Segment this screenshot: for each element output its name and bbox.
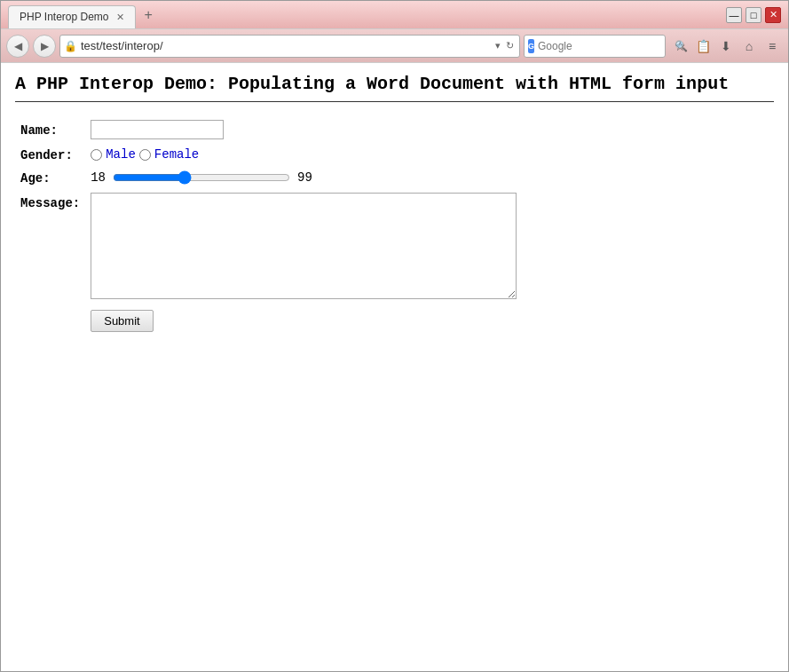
age-row: Age: 18 99 <box>15 166 522 189</box>
page-content: A PHP Interop Demo: Populating a Word Do… <box>1 63 788 671</box>
menu-icon[interactable]: ≡ <box>761 36 783 57</box>
submit-row: Submit <box>15 306 522 336</box>
gender-label: Gender: <box>20 148 73 162</box>
forward-icon: ▶ <box>41 40 49 52</box>
nav-right-buttons: ☆ 📋 ⬇ ⌂ ≡ <box>669 36 783 57</box>
minimize-button[interactable]: — <box>726 7 742 23</box>
tab-close-icon[interactable]: ✕ <box>116 12 124 23</box>
address-bar-buttons: ▾ ↻ <box>493 39 516 52</box>
page-heading: A PHP Interop Demo: Populating a Word Do… <box>15 74 774 94</box>
search-input[interactable] <box>538 40 671 52</box>
bookmark-icon[interactable]: 📋 <box>692 36 714 57</box>
name-label: Name: <box>20 123 58 138</box>
submit-button[interactable]: Submit <box>91 310 153 332</box>
age-max-value: 99 <box>297 170 312 185</box>
maximize-button[interactable]: □ <box>746 7 761 23</box>
close-icon: ✕ <box>769 9 777 20</box>
navigation-bar: ◀ ▶ 🔒 ▾ ↻ G 🔍 ☆ 📋 ⬇ ⌂ ≡ <box>1 29 788 63</box>
form-table: Name: Gender: <box>15 116 522 336</box>
home-icon[interactable]: ⌂ <box>738 36 760 57</box>
maximize-icon: □ <box>751 10 757 20</box>
new-tab-button[interactable]: + <box>139 5 158 25</box>
age-min-value: 18 <box>91 170 106 185</box>
name-row: Name: <box>15 116 522 143</box>
back-icon: ◀ <box>14 40 22 52</box>
back-button[interactable]: ◀ <box>6 35 29 58</box>
minimize-icon: — <box>730 10 739 20</box>
gender-male-label[interactable]: Male <box>106 147 136 162</box>
interop-form: Name: Gender: <box>15 116 774 336</box>
age-container: 18 99 <box>91 170 517 185</box>
name-input[interactable] <box>91 120 224 139</box>
gender-male-radio[interactable] <box>91 149 102 161</box>
gender-female-label[interactable]: Female <box>154 147 199 162</box>
message-row: Message: <box>15 189 522 306</box>
browser-tab[interactable]: PHP Interop Demo ✕ <box>8 5 136 28</box>
close-button[interactable]: ✕ <box>765 7 781 23</box>
message-textarea[interactable] <box>91 193 517 299</box>
gender-row: Gender: Male Female <box>15 143 522 166</box>
google-letter: G <box>528 42 534 51</box>
forward-button[interactable]: ▶ <box>33 35 56 58</box>
gender-container: Male Female <box>91 147 517 162</box>
page-divider <box>15 101 774 102</box>
age-slider[interactable] <box>113 170 290 185</box>
title-bar: PHP Interop Demo ✕ + — □ ✕ <box>1 1 788 29</box>
address-bar-container: 🔒 ▾ ↻ <box>59 35 520 58</box>
gender-female-radio[interactable] <box>139 149 151 161</box>
lock-icon: 🔒 <box>64 40 77 52</box>
browser-window: PHP Interop Demo ✕ + — □ ✕ ◀ ▶ 🔒 <box>0 0 789 672</box>
dropdown-arrow-icon[interactable]: ▾ <box>493 39 502 52</box>
refresh-icon[interactable]: ↻ <box>504 39 516 52</box>
search-container: G 🔍 <box>524 35 666 58</box>
address-bar[interactable] <box>81 39 490 52</box>
message-label: Message: <box>20 196 80 210</box>
age-label: Age: <box>20 171 51 186</box>
download-icon[interactable]: ⬇ <box>715 36 737 57</box>
star-icon[interactable]: ☆ <box>669 36 690 57</box>
tab-title: PHP Interop Demo <box>20 11 109 23</box>
google-icon: G <box>528 39 534 53</box>
window-controls: — □ ✕ <box>726 7 781 23</box>
title-bar-left: PHP Interop Demo ✕ + <box>8 2 158 28</box>
